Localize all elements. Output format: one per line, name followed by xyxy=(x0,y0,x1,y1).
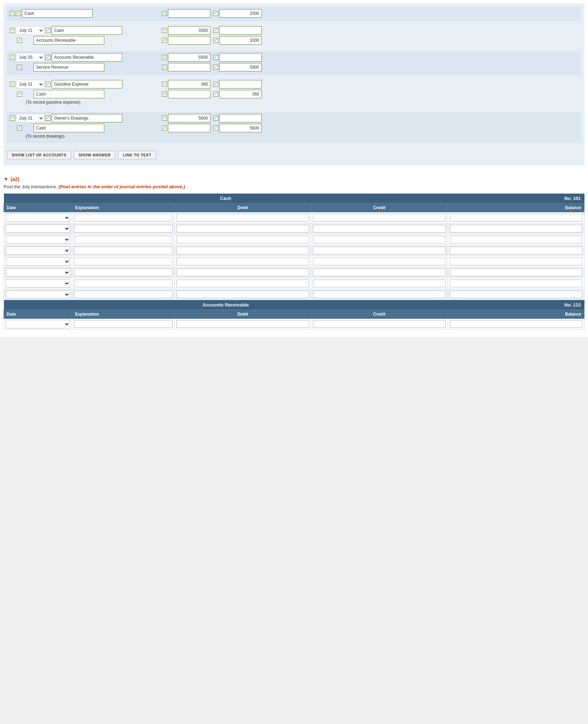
ar-expl-input-1[interactable] xyxy=(74,320,173,328)
cash-debit-input-4[interactable] xyxy=(176,247,309,254)
cb-debit-gas[interactable] xyxy=(162,82,167,87)
cash-expl-input-6[interactable] xyxy=(74,269,173,276)
cash-debit-6[interactable] xyxy=(174,267,311,278)
cash-expl-5[interactable] xyxy=(72,256,175,267)
cash-debit-input-8[interactable] xyxy=(176,291,309,298)
date-select-july31-gas[interactable]: July 31 xyxy=(16,80,44,88)
cb-date-july31-gas[interactable] xyxy=(10,82,15,87)
account-input-cash-july21[interactable] xyxy=(52,26,122,35)
cb-account-july25-ar[interactable] xyxy=(46,55,51,60)
credit-input-ar21[interactable] xyxy=(219,36,262,45)
cb-debit-july25[interactable] xyxy=(162,55,167,60)
cb-account-ar21[interactable] xyxy=(17,38,22,43)
cash-balance-input-7[interactable] xyxy=(450,280,582,287)
ar-expl-1[interactable] xyxy=(72,319,175,330)
cash-debit-input-3[interactable] xyxy=(176,236,309,243)
cash-debit-input-2[interactable] xyxy=(176,225,309,232)
account-input-draw[interactable] xyxy=(52,114,122,122)
cash-expl-4[interactable] xyxy=(72,245,175,256)
debit-input-gas[interactable] xyxy=(168,80,210,88)
cash-date-select-3[interactable] xyxy=(6,235,70,244)
cash-balance-5[interactable] xyxy=(448,256,584,267)
credit-input-top[interactable] xyxy=(219,9,262,18)
cash-expl-input-3[interactable] xyxy=(74,236,173,243)
cash-expl-input-4[interactable] xyxy=(74,247,173,254)
cb-date-july25[interactable] xyxy=(10,55,15,60)
ar-date-1[interactable] xyxy=(4,319,72,330)
cb-account-draw[interactable] xyxy=(46,116,51,121)
ar-credit-input-1[interactable] xyxy=(313,320,446,328)
cash-expl-1[interactable] xyxy=(72,212,175,223)
cash-debit-3[interactable] xyxy=(174,234,311,245)
cash-debit-input-7[interactable] xyxy=(176,280,309,287)
cash-credit-input-6[interactable] xyxy=(313,269,446,276)
cb-credit-july21[interactable] xyxy=(213,28,218,33)
cash-credit-2[interactable] xyxy=(311,223,448,234)
cash-debit-5[interactable] xyxy=(174,256,311,267)
cash-date-select-4[interactable] xyxy=(6,246,70,255)
debit-input-ar25[interactable] xyxy=(168,53,210,62)
cash-debit-8[interactable] xyxy=(174,289,311,300)
checkbox-account-top[interactable] xyxy=(16,11,21,16)
cash-credit-input-2[interactable] xyxy=(313,225,446,232)
account-input-gas[interactable] xyxy=(52,80,122,88)
cb-account-july21[interactable] xyxy=(46,28,51,33)
cash-date-select-7[interactable] xyxy=(6,279,70,288)
cb-date-july21[interactable] xyxy=(10,28,15,33)
cash-credit-6[interactable] xyxy=(311,267,448,278)
cash-balance-input-2[interactable] xyxy=(450,225,582,232)
link-to-text-button[interactable]: LINK TO TEXT xyxy=(118,151,156,159)
ar-debit-input-1[interactable] xyxy=(176,320,309,328)
cb-credit-gas[interactable] xyxy=(213,82,218,87)
cb-credit-ar25[interactable] xyxy=(213,55,218,60)
cash-balance-input-5[interactable] xyxy=(450,258,582,265)
cash-debit-4[interactable] xyxy=(174,245,311,256)
debit-input-cashgas[interactable] xyxy=(168,90,210,98)
cash-credit-input-4[interactable] xyxy=(313,247,446,254)
debit-input-draw[interactable] xyxy=(168,114,210,122)
cash-debit-input-1[interactable] xyxy=(176,214,309,222)
cb-debit-draw[interactable] xyxy=(162,116,167,121)
cash-balance-input-6[interactable] xyxy=(450,269,582,276)
account-input-cash-draw[interactable] xyxy=(34,124,104,132)
cash-date-4[interactable] xyxy=(4,245,72,256)
cash-date-select-8[interactable] xyxy=(6,290,70,299)
show-answer-button[interactable]: SHOW ANSWER xyxy=(74,151,115,159)
cash-balance-input-1[interactable] xyxy=(450,214,582,222)
cb-account-sr25[interactable] xyxy=(17,65,22,70)
cb-debit-july21[interactable] xyxy=(162,28,167,33)
cb-credit-draw[interactable] xyxy=(213,116,218,121)
cash-balance-2[interactable] xyxy=(448,223,584,234)
debit-input-cashdraw[interactable] xyxy=(168,124,210,132)
cash-expl-8[interactable] xyxy=(72,289,175,300)
cb-debit-ar21[interactable] xyxy=(162,38,167,43)
account-input-cash-top[interactable] xyxy=(22,9,93,18)
cb-account-cashdraw[interactable] xyxy=(17,126,22,131)
cash-balance-8[interactable] xyxy=(448,289,584,300)
cash-date-select-2[interactable] xyxy=(6,224,70,233)
cash-date-select-5[interactable] xyxy=(6,257,70,266)
cash-balance-input-8[interactable] xyxy=(450,291,582,298)
cash-credit-input-5[interactable] xyxy=(313,258,446,265)
cash-expl-3[interactable] xyxy=(72,234,175,245)
cash-expl-input-5[interactable] xyxy=(74,258,173,265)
date-select-july25[interactable]: July 25 xyxy=(16,53,44,62)
cash-date-3[interactable] xyxy=(4,234,72,245)
cb-credit-sr25[interactable] xyxy=(213,65,218,70)
cash-debit-input-6[interactable] xyxy=(176,269,309,276)
cash-expl-2[interactable] xyxy=(72,223,175,234)
cb-credit-top[interactable] xyxy=(213,11,218,16)
debit-input-ar21[interactable] xyxy=(168,36,210,45)
credit-input-gas[interactable] xyxy=(219,80,262,88)
account-input-ar-july21[interactable] xyxy=(34,36,104,45)
cash-credit-input-3[interactable] xyxy=(313,236,446,243)
cash-date-5[interactable] xyxy=(4,256,72,267)
cash-balance-input-4[interactable] xyxy=(450,247,582,254)
cash-debit-1[interactable] xyxy=(174,212,311,223)
credit-input-draw[interactable] xyxy=(219,114,262,122)
cash-credit-input-1[interactable] xyxy=(313,214,446,222)
cash-balance-7[interactable] xyxy=(448,278,584,289)
cb-debit-cashdraw[interactable] xyxy=(162,126,167,131)
cash-credit-1[interactable] xyxy=(311,212,448,223)
cash-date-8[interactable] xyxy=(4,289,72,300)
